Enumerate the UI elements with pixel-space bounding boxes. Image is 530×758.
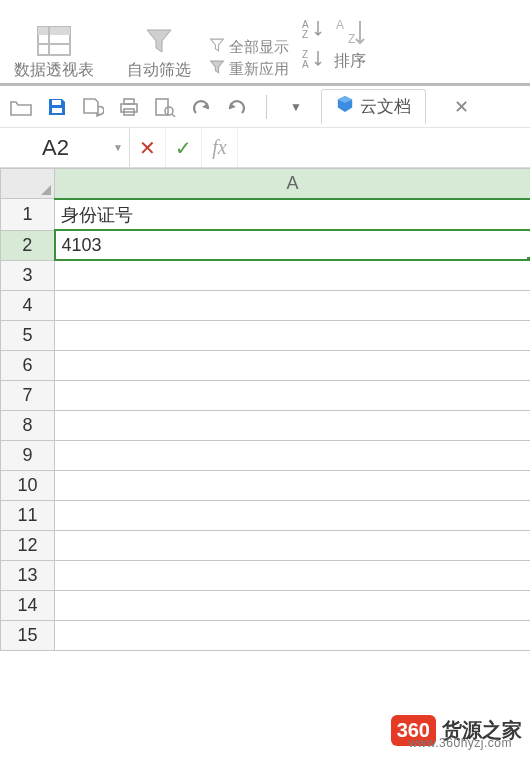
fx-label: fx: [212, 136, 226, 159]
row-header[interactable]: 10: [1, 470, 55, 500]
cell[interactable]: [55, 620, 531, 650]
svg-text:Z: Z: [348, 32, 355, 46]
svg-text:A: A: [302, 59, 309, 68]
table-row: 3: [1, 260, 531, 290]
row-header[interactable]: 11: [1, 500, 55, 530]
table-row: 5: [1, 320, 531, 350]
table-row: 6: [1, 350, 531, 380]
quick-access-toolbar: ▼ 云文档 ✕: [0, 86, 530, 128]
table-row: 2 4103: [1, 230, 531, 260]
print-preview-icon[interactable]: [154, 96, 176, 118]
sort-button[interactable]: AZ 排序: [330, 17, 370, 72]
formula-cancel-button[interactable]: ✕: [130, 128, 166, 167]
show-all-button[interactable]: 全部显示: [209, 37, 289, 57]
row-header[interactable]: 5: [1, 320, 55, 350]
spreadsheet-grid[interactable]: A 1 身份证号 2 4103 3 4 5 6 7 8 9 10 11 12 1…: [0, 168, 530, 651]
chevron-down-icon[interactable]: ▼: [113, 142, 123, 153]
formula-confirm-button[interactable]: ✓: [166, 128, 202, 167]
svg-rect-11: [52, 108, 62, 113]
insert-function-button[interactable]: fx: [202, 128, 238, 167]
row-header[interactable]: 6: [1, 350, 55, 380]
watermark: 360 货源之家 www.360hyzj.com: [391, 715, 522, 746]
cell-A1[interactable]: 身份证号: [55, 199, 531, 231]
auto-filter-button[interactable]: 自动筛选: [113, 26, 205, 83]
save-icon[interactable]: [46, 96, 68, 118]
svg-line-17: [172, 114, 175, 117]
row-header[interactable]: 4: [1, 290, 55, 320]
svg-text:Z: Z: [302, 29, 308, 38]
row-header[interactable]: 2: [1, 230, 55, 260]
open-folder-icon[interactable]: [10, 96, 32, 118]
table-row: 15: [1, 620, 531, 650]
ribbon-toolbar: 数据透视表 自动筛选 全部显示 重新应用: [0, 0, 530, 86]
row-header[interactable]: 1: [1, 199, 55, 231]
sort-desc-button[interactable]: ZA: [302, 48, 324, 72]
cell[interactable]: [55, 320, 531, 350]
save-as-icon[interactable]: [82, 96, 104, 118]
undo-icon[interactable]: [190, 96, 212, 118]
table-row: 1 身份证号: [1, 199, 531, 231]
name-box-value: A2: [42, 135, 69, 161]
cell[interactable]: [55, 380, 531, 410]
pivot-table-label: 数据透视表: [14, 60, 94, 81]
cell[interactable]: [55, 440, 531, 470]
table-row: 4: [1, 290, 531, 320]
cell[interactable]: [55, 530, 531, 560]
sort-label: 排序: [334, 51, 366, 72]
reapply-button[interactable]: 重新应用: [209, 59, 289, 79]
cell[interactable]: [55, 500, 531, 530]
table-row: 14: [1, 590, 531, 620]
funnel-clear-icon: [209, 37, 225, 57]
cell[interactable]: [55, 590, 531, 620]
qat-more-dropdown[interactable]: ▼: [285, 96, 307, 118]
row-header[interactable]: 15: [1, 620, 55, 650]
redo-icon[interactable]: [226, 96, 248, 118]
reapply-label: 重新应用: [229, 60, 289, 79]
table-row: 12: [1, 530, 531, 560]
formula-bar-row: A2 ▼ ✕ ✓ fx: [0, 128, 530, 168]
sort-asc-button[interactable]: AZ: [302, 18, 324, 42]
cell[interactable]: [55, 410, 531, 440]
row-header[interactable]: 13: [1, 560, 55, 590]
row-header[interactable]: 3: [1, 260, 55, 290]
table-row: 10: [1, 470, 531, 500]
cloud-doc-tab[interactable]: 云文档: [321, 89, 426, 125]
table-row: 13: [1, 560, 531, 590]
formula-input[interactable]: [238, 128, 530, 167]
cloud-doc-label: 云文档: [360, 95, 411, 118]
svg-point-16: [165, 107, 173, 115]
cell-A2[interactable]: 4103: [55, 230, 531, 260]
show-all-label: 全部显示: [229, 38, 289, 57]
row-header[interactable]: 14: [1, 590, 55, 620]
funnel-refresh-icon: [209, 59, 225, 79]
pivot-table-icon: [37, 26, 71, 56]
tab-close-button[interactable]: ✕: [454, 96, 469, 118]
table-row: 11: [1, 500, 531, 530]
table-row: 9: [1, 440, 531, 470]
row-header[interactable]: 9: [1, 440, 55, 470]
cell[interactable]: [55, 290, 531, 320]
svg-rect-1: [38, 27, 70, 35]
svg-text:A: A: [336, 18, 344, 32]
name-box[interactable]: A2 ▼: [0, 128, 130, 167]
row-header[interactable]: 12: [1, 530, 55, 560]
sort-icon: AZ: [335, 17, 365, 47]
cloud-cube-icon: [336, 95, 354, 118]
cell[interactable]: [55, 260, 531, 290]
cell[interactable]: [55, 350, 531, 380]
table-row: 8: [1, 410, 531, 440]
select-all-corner[interactable]: [1, 169, 55, 199]
row-header[interactable]: 7: [1, 380, 55, 410]
table-row: 7: [1, 380, 531, 410]
cell[interactable]: [55, 470, 531, 500]
row-header[interactable]: 8: [1, 410, 55, 440]
column-header-A[interactable]: A: [55, 169, 531, 199]
svg-rect-10: [52, 100, 61, 105]
pivot-table-button[interactable]: 数据透视表: [0, 6, 108, 83]
auto-filter-label: 自动筛选: [127, 60, 191, 81]
watermark-sub: www.360hyzj.com: [408, 736, 512, 750]
cell[interactable]: [55, 560, 531, 590]
svg-rect-13: [124, 99, 134, 104]
print-icon[interactable]: [118, 96, 140, 118]
funnel-icon: [144, 26, 174, 56]
